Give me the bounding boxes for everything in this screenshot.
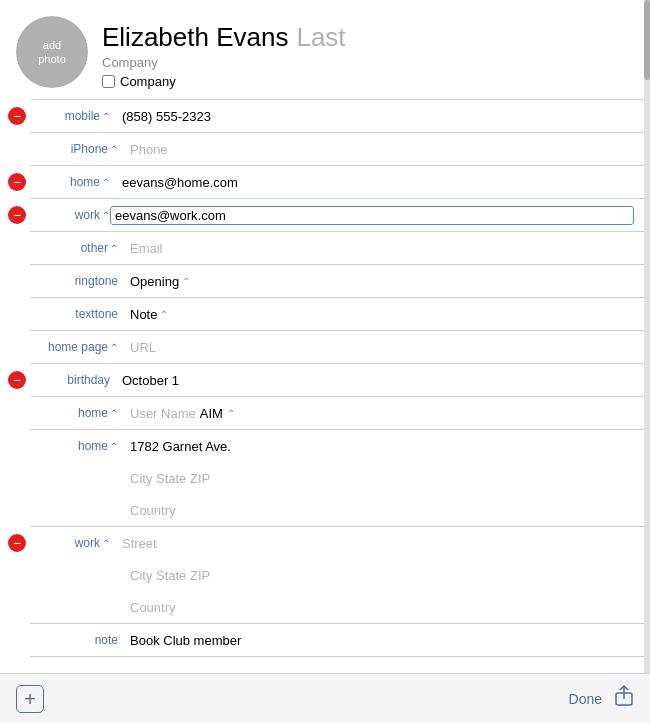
- home-address-country-placeholder[interactable]: Country: [118, 503, 634, 518]
- homepage-row: home page ⌃ URL: [0, 331, 650, 363]
- homepage-placeholder[interactable]: URL: [118, 340, 634, 355]
- home-email-remove-button[interactable]: −: [8, 173, 26, 191]
- note-value[interactable]: Book Club member: [118, 633, 634, 648]
- company-checkbox-label: Company: [120, 74, 176, 89]
- home-address-city-placeholder[interactable]: City State ZIP: [118, 471, 634, 486]
- mobile-value[interactable]: (858) 555-2323: [110, 109, 634, 124]
- note-row: note Book Club member: [0, 624, 650, 656]
- texttone-label: texttone: [38, 307, 118, 321]
- mobile-label[interactable]: mobile ⌃: [30, 109, 110, 123]
- mobile-chevron-icon: ⌃: [102, 111, 110, 122]
- birthday-label: birthday: [30, 373, 110, 387]
- bottom-toolbar: + Done: [0, 673, 650, 723]
- home-aim-value[interactable]: User Name AIM ⌃: [118, 406, 634, 421]
- done-button[interactable]: Done: [569, 691, 602, 707]
- birthday-remove-button[interactable]: −: [8, 371, 26, 389]
- home-address-street-row: home ⌃ 1782 Garnet Ave.: [0, 430, 650, 462]
- avatar-line1: add: [43, 38, 61, 52]
- ringtone-row: ringtone Opening ⌃: [0, 265, 650, 297]
- work-address-street-row: − work ⌃ Street: [0, 527, 650, 559]
- iphone-row: iPhone ⌃ Phone: [0, 133, 650, 165]
- work-address-city-placeholder[interactable]: City State ZIP: [118, 568, 634, 583]
- avatar-line2: photo: [38, 52, 66, 66]
- texttone-value[interactable]: Note ⌃: [118, 307, 634, 322]
- home-address-label[interactable]: home ⌃: [38, 439, 118, 453]
- iphone-chevron-icon: ⌃: [110, 144, 118, 155]
- header-section: add photo Elizabeth Evans Last Company C…: [0, 0, 650, 99]
- home-email-row: − home ⌃ eevans@home.com: [0, 166, 650, 198]
- iphone-label[interactable]: iPhone ⌃: [38, 142, 118, 156]
- home-address-city-row: City State ZIP: [0, 462, 650, 494]
- work-address-chevron-icon: ⌃: [102, 538, 110, 549]
- home-address-street[interactable]: 1782 Garnet Ave.: [118, 439, 634, 454]
- avatar[interactable]: add photo: [16, 16, 88, 88]
- mobile-remove-button[interactable]: −: [8, 107, 26, 125]
- texttone-chevron-icon: ⌃: [160, 309, 168, 320]
- ringtone-value[interactable]: Opening ⌃: [118, 274, 634, 289]
- toolbar-right: Done: [569, 685, 634, 712]
- work-address-country-placeholder[interactable]: Country: [118, 600, 634, 615]
- home-email-chevron-icon: ⌃: [102, 177, 110, 188]
- home-email-label[interactable]: home ⌃: [30, 175, 110, 189]
- work-email-value[interactable]: eevans@work.com: [110, 206, 634, 225]
- other-email-placeholder[interactable]: Email: [118, 241, 634, 256]
- work-address-label[interactable]: work ⌃: [30, 536, 110, 550]
- work-address-remove-button[interactable]: −: [8, 534, 26, 552]
- work-address-street-placeholder[interactable]: Street: [110, 536, 634, 551]
- add-field-button[interactable]: +: [16, 685, 44, 713]
- share-icon: [614, 685, 634, 707]
- last-name[interactable]: Last: [296, 22, 345, 53]
- company-checkbox[interactable]: [102, 75, 115, 88]
- other-email-row: other ⌃ Email: [0, 232, 650, 264]
- home-aim-chevron-icon: ⌃: [110, 408, 118, 419]
- homepage-label[interactable]: home page ⌃: [38, 340, 118, 354]
- homepage-chevron-icon: ⌃: [110, 342, 118, 353]
- first-name[interactable]: Elizabeth Evans: [102, 22, 288, 53]
- mobile-row: − mobile ⌃ (858) 555-2323: [0, 100, 650, 132]
- company-checkbox-row: Company: [102, 74, 634, 89]
- ringtone-label: ringtone: [38, 274, 118, 288]
- work-email-remove-button[interactable]: −: [8, 206, 26, 224]
- aim-service-chevron-icon: ⌃: [227, 408, 235, 419]
- note-label: note: [38, 633, 118, 647]
- home-aim-label[interactable]: home ⌃: [38, 406, 118, 420]
- name-row: Elizabeth Evans Last: [102, 22, 634, 53]
- contact-form: add photo Elizabeth Evans Last Company C…: [0, 0, 650, 717]
- work-address-country-row: Country: [0, 591, 650, 623]
- share-button[interactable]: [614, 685, 634, 712]
- birthday-row: − birthday October 1: [0, 364, 650, 396]
- work-email-row: − work ⌃ eevans@work.com: [0, 199, 650, 231]
- iphone-phone-placeholder[interactable]: Phone: [118, 142, 634, 157]
- work-address-city-row: City State ZIP: [0, 559, 650, 591]
- work-email-chevron-icon: ⌃: [102, 210, 110, 221]
- texttone-row: texttone Note ⌃: [0, 298, 650, 330]
- home-aim-row: home ⌃ User Name AIM ⌃: [0, 397, 650, 429]
- home-email-value[interactable]: eevans@home.com: [110, 175, 634, 190]
- ringtone-chevron-icon: ⌃: [182, 276, 190, 287]
- other-email-label[interactable]: other ⌃: [38, 241, 118, 255]
- company-placeholder-label: Company: [102, 55, 634, 70]
- aim-username-placeholder: User Name: [130, 406, 196, 421]
- birthday-value[interactable]: October 1: [110, 373, 634, 388]
- other-email-chevron-icon: ⌃: [110, 243, 118, 254]
- home-address-country-row: Country: [0, 494, 650, 526]
- aim-service: AIM: [200, 406, 223, 421]
- home-address-chevron-icon: ⌃: [110, 441, 118, 452]
- work-email-label[interactable]: work ⌃: [30, 208, 110, 222]
- name-section: Elizabeth Evans Last Company Company: [102, 16, 634, 89]
